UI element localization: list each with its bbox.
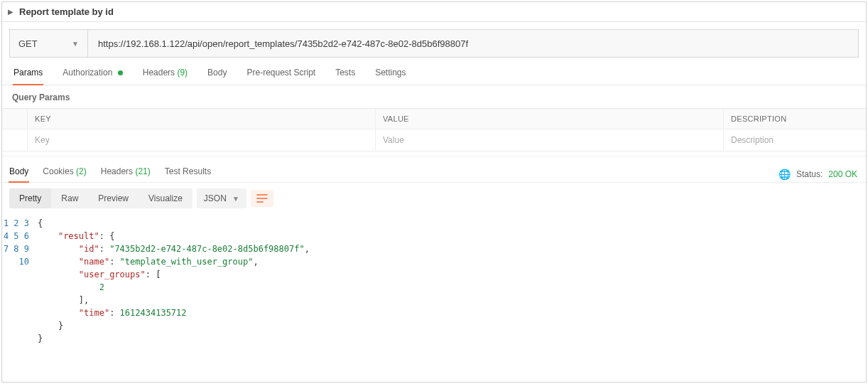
response-tab-test-results[interactable]: Test Results [165, 166, 211, 182]
response-code-area[interactable]: 1 2 3 4 5 6 7 8 9 10 { "result": { "id":… [2, 214, 866, 352]
code-body[interactable]: { "result": { "id": "7435b2d2-e742-487c-… [38, 217, 866, 345]
query-value-input[interactable] [383, 135, 716, 145]
view-preview-button[interactable]: Preview [88, 188, 139, 208]
collapse-triangle-icon[interactable]: ▶ [8, 8, 13, 16]
chevron-down-icon: ▼ [232, 195, 239, 203]
query-params-header-row: KEY VALUE DESCRIPTION [2, 109, 866, 129]
request-title: Report template by id [19, 6, 114, 17]
tab-tests[interactable]: Tests [335, 68, 355, 85]
view-raw-button[interactable]: Raw [51, 188, 88, 208]
view-pretty-button[interactable]: Pretty [9, 188, 51, 208]
tab-authorization-label: Authorization [63, 68, 112, 78]
query-description-input[interactable] [731, 135, 859, 145]
response-view-controls: Pretty Raw Preview Visualize JSON ▼ [2, 182, 866, 214]
globe-icon[interactable]: 🌐 [779, 169, 791, 180]
query-params-spacer [2, 109, 28, 129]
response-status: 🌐 Status: 200 OK [779, 169, 857, 180]
query-params-header-value: VALUE [376, 109, 724, 129]
response-tabs-row: Body Cookies (2) Headers (21) Test Resul… [2, 156, 866, 182]
response-tab-cookies-count: (2) [76, 166, 87, 176]
request-title-row: ▶ Report template by id [2, 2, 866, 22]
view-mode-segment: Pretty Raw Preview Visualize [9, 188, 192, 208]
line-wrap-button[interactable] [251, 190, 273, 207]
query-params-header-description: DESCRIPTION [724, 109, 866, 129]
chevron-down-icon: ▼ [72, 40, 79, 48]
response-tab-headers-label: Headers [101, 166, 133, 176]
view-visualize-button[interactable]: Visualize [139, 188, 192, 208]
request-bar: GET ▼ [9, 29, 859, 58]
response-tab-cookies[interactable]: Cookies (2) [43, 166, 86, 182]
status-value: 200 OK [828, 169, 857, 179]
query-params-row [2, 129, 866, 151]
response-tab-body[interactable]: Body [9, 166, 28, 182]
url-input[interactable] [88, 30, 858, 57]
response-tabs: Body Cookies (2) Headers (21) Test Resul… [9, 166, 211, 182]
response-tab-headers[interactable]: Headers (21) [101, 166, 151, 182]
request-tabs: Params Authorization Headers (9) Body Pr… [2, 58, 866, 85]
tab-prerequest[interactable]: Pre-request Script [246, 68, 315, 85]
status-dot-icon [118, 70, 123, 75]
response-format-label: JSON [204, 193, 227, 203]
http-method-select[interactable]: GET ▼ [10, 30, 88, 57]
query-params-header-key: KEY [28, 109, 376, 129]
tab-authorization[interactable]: Authorization [63, 68, 122, 85]
tab-headers-label: Headers [143, 68, 175, 78]
query-params-row-spacer [2, 129, 28, 151]
query-params-table: KEY VALUE DESCRIPTION [2, 108, 866, 151]
wrap-icon [256, 193, 268, 203]
query-params-title: Query Params [2, 85, 866, 108]
query-key-input[interactable] [35, 135, 368, 145]
status-label: Status: [796, 169, 823, 179]
response-format-select[interactable]: JSON ▼ [197, 188, 246, 208]
response-tab-headers-count: (21) [135, 166, 150, 176]
code-gutter: 1 2 3 4 5 6 7 8 9 10 [2, 217, 38, 345]
response-tab-cookies-label: Cookies [43, 166, 73, 176]
tab-headers-count: (9) [177, 68, 188, 78]
tab-params[interactable]: Params [13, 68, 43, 85]
tab-body[interactable]: Body [207, 68, 227, 85]
tab-headers[interactable]: Headers (9) [143, 68, 188, 85]
http-method-label: GET [18, 38, 38, 49]
tab-settings[interactable]: Settings [375, 68, 406, 85]
